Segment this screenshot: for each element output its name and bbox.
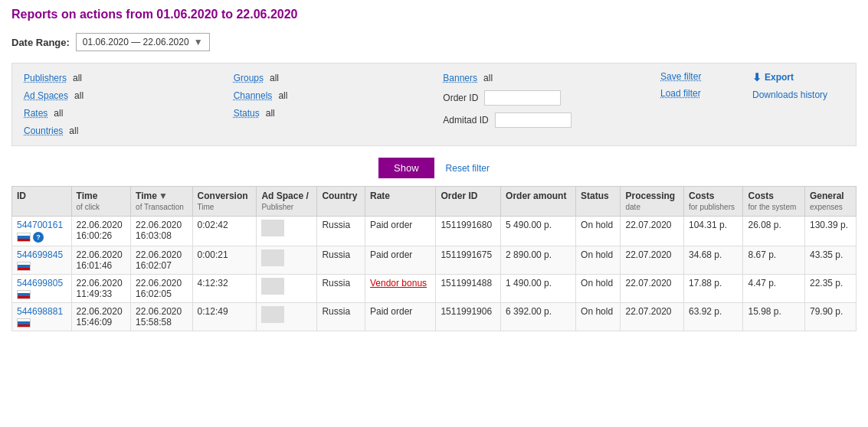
- publishers-value: all: [73, 73, 82, 83]
- save-filter-link[interactable]: Save filter: [660, 71, 701, 82]
- adspaces-link[interactable]: Ad Spaces: [24, 90, 68, 101]
- cell-conversion-time: 0:00:21: [192, 246, 257, 275]
- cell-processing-date: 22.07.2020: [621, 275, 683, 303]
- banners-value: all: [483, 73, 493, 83]
- col-time-click: Timeof click: [71, 187, 131, 217]
- publishers-link[interactable]: Publishers: [24, 73, 67, 83]
- cell-adspace: [257, 303, 317, 331]
- flag-russia-icon: [17, 290, 31, 299]
- admitad-id-label: Admitad ID: [443, 115, 488, 125]
- cell-general-expenses: 79.90 p.: [804, 303, 856, 331]
- show-button[interactable]: Show: [378, 158, 434, 178]
- id-link[interactable]: 544699845: [17, 249, 67, 260]
- col-status: Status: [576, 187, 621, 217]
- cell-costs-publishers: 104.31 p.: [683, 217, 743, 246]
- cell-adspace: [257, 217, 317, 246]
- date-range-arrow-icon: ▼: [194, 37, 203, 47]
- filter-columns: Publishers all Ad Spaces all Rates all C…: [24, 71, 844, 138]
- cell-rate: Paid order: [365, 217, 436, 246]
- status-link[interactable]: Status: [234, 108, 260, 119]
- filter-banners-row: Banners all: [443, 71, 645, 85]
- cell-conversion-time: 4:12:32: [192, 275, 257, 303]
- data-table: ID Timeof click Time▼of Transaction Conv…: [11, 186, 857, 331]
- col-conversion-time: ConversionTime: [192, 187, 257, 217]
- cell-country: Russia: [317, 217, 365, 246]
- countries-link[interactable]: Countries: [24, 125, 63, 136]
- cell-costs-publishers: 17.88 p.: [683, 275, 743, 303]
- filter-channels-row: Channels all: [234, 89, 436, 103]
- vendor-bonus-label: Vendor bonus: [370, 278, 427, 288]
- id-link[interactable]: 544698881: [17, 306, 67, 317]
- table-row: 54469980522.06.202011:49:3322.06.202016:…: [12, 275, 857, 303]
- cell-processing-date: 22.07.2020: [621, 246, 683, 275]
- export-label: Export: [765, 72, 794, 83]
- table-body: 544700161?22.06.202016:00:2622.06.202016…: [12, 217, 857, 331]
- downloads-history-link[interactable]: Downloads history: [752, 90, 827, 100]
- filter-col-2: Groups all Channels all Status all: [234, 71, 444, 138]
- id-link[interactable]: 544699805: [17, 278, 67, 288]
- col-time-transaction[interactable]: Time▼of Transaction: [131, 187, 192, 217]
- order-id-input[interactable]: [484, 90, 561, 106]
- ad-space-thumbnail: [261, 278, 284, 295]
- cell-time-transaction: 22.06.202015:58:58: [131, 303, 192, 331]
- ad-space-thumbnail: [261, 249, 284, 266]
- load-filter-link[interactable]: Load filter: [660, 88, 701, 99]
- cell-rate: Vendor bonus: [365, 275, 436, 303]
- cell-order-id: 1511991488: [436, 275, 501, 303]
- cell-order-id: 1511991675: [436, 246, 501, 275]
- filter-adspaces-row: Ad Spaces all: [24, 89, 226, 103]
- cell-status: On hold: [576, 217, 621, 246]
- table-row: 544700161?22.06.202016:00:2622.06.202016…: [12, 217, 857, 246]
- cell-order-id: 1511991906: [436, 303, 501, 331]
- status-value: all: [266, 108, 275, 119]
- cell-time-click: 22.06.202016:00:26: [71, 217, 131, 246]
- date-range-label: Date Range:: [11, 37, 70, 48]
- filter-col-3: Banners all Order ID Admitad ID: [443, 71, 653, 138]
- cell-status: On hold: [576, 246, 621, 275]
- date-range-picker[interactable]: 01.06.2020 — 22.06.2020 ▼: [76, 33, 210, 51]
- banners-link[interactable]: Banners: [443, 73, 477, 83]
- cell-time-transaction: 22.06.202016:02:05: [131, 275, 192, 303]
- page-wrapper: Reports on actions from 01.06.2020 to 22…: [0, 0, 868, 339]
- filter-groups-row: Groups all: [234, 71, 436, 85]
- cell-general-expenses: 43.35 p.: [804, 246, 856, 275]
- col-order-id: Order ID: [436, 187, 501, 217]
- flag-russia-icon: [17, 233, 31, 242]
- cell-country: Russia: [317, 246, 365, 275]
- id-link[interactable]: 544700161: [17, 220, 67, 230]
- cell-order-amount: 6 392.00 p.: [501, 303, 576, 331]
- rates-value: all: [54, 108, 63, 119]
- filter-admitadid-row: Admitad ID: [443, 111, 645, 129]
- cell-time-click: 22.06.202015:46:09: [71, 303, 131, 331]
- export-link[interactable]: ⬇ Export: [752, 71, 794, 83]
- filter-panel: Publishers all Ad Spaces all Rates all C…: [11, 63, 857, 146]
- cell-adspace: [257, 246, 317, 275]
- table-row: 54469984522.06.202016:01:4622.06.202016:…: [12, 246, 857, 275]
- rates-link[interactable]: Rates: [24, 108, 47, 119]
- cell-adspace: [257, 275, 317, 303]
- cell-time-transaction: 22.06.202016:02:07: [131, 246, 192, 275]
- question-icon[interactable]: ?: [33, 232, 44, 243]
- filter-col-actions2: ⬇ Export Downloads history: [745, 71, 844, 138]
- groups-link[interactable]: Groups: [234, 73, 264, 83]
- cell-processing-date: 22.07.2020: [621, 217, 683, 246]
- channels-link[interactable]: Channels: [234, 90, 273, 101]
- channels-value: all: [278, 90, 287, 101]
- admitad-id-input[interactable]: [495, 112, 572, 128]
- filter-countries-row: Countries all: [24, 124, 226, 138]
- table-row: 54469888122.06.202015:46:0922.06.202015:…: [12, 303, 857, 331]
- filter-publishers-row: Publishers all: [24, 71, 226, 85]
- cell-general-expenses: 130.39 p.: [804, 217, 856, 246]
- cell-id: 544699805: [12, 275, 72, 303]
- cell-time-click: 22.06.202016:01:46: [71, 246, 131, 275]
- cell-order-amount: 2 890.00 p.: [501, 246, 576, 275]
- cell-country: Russia: [317, 275, 365, 303]
- cell-conversion-time: 0:12:49: [192, 303, 257, 331]
- cell-time-transaction: 22.06.202016:03:08: [131, 217, 192, 246]
- ad-space-thumbnail: [261, 306, 284, 323]
- col-order-amount: Order amount: [501, 187, 576, 217]
- cell-order-amount: 1 490.00 p.: [501, 275, 576, 303]
- groups-value: all: [270, 73, 279, 83]
- cell-rate: Paid order: [365, 303, 436, 331]
- reset-filter-link[interactable]: Reset filter: [446, 163, 490, 174]
